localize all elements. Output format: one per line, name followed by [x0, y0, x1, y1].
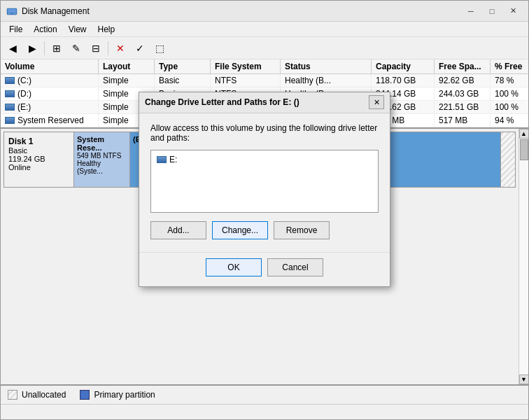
modal-dialog: Change Drive Letter and Paths for E: () … — [139, 92, 390, 287]
cancel-button[interactable]: Cancel — [267, 258, 323, 276]
listbox-item[interactable]: E: — [154, 153, 375, 166]
modal-title-bar: Change Drive Letter and Paths for E: () … — [139, 92, 390, 113]
modal-title: Change Drive Letter and Paths for E: () — [145, 97, 369, 107]
add-button[interactable]: Add... — [150, 221, 206, 239]
change-button[interactable]: Change... — [212, 221, 268, 239]
modal-body: Allow access to this volume by using the… — [139, 113, 390, 252]
remove-button[interactable]: Remove — [274, 221, 330, 239]
modal-listbox[interactable]: E: — [150, 150, 379, 213]
modal-ok-cancel-row: OK Cancel — [139, 252, 390, 286]
listbox-item-label: E: — [169, 155, 177, 164]
modal-action-buttons: Add... Change... Remove — [150, 221, 379, 242]
modal-overlay: Change Drive Letter and Paths for E: () … — [0, 0, 529, 420]
ok-button[interactable]: OK — [206, 258, 262, 276]
listbox-drive-icon — [157, 156, 167, 163]
modal-description: Allow access to this volume by using the… — [150, 123, 379, 143]
modal-close-button[interactable]: ✕ — [369, 95, 384, 109]
